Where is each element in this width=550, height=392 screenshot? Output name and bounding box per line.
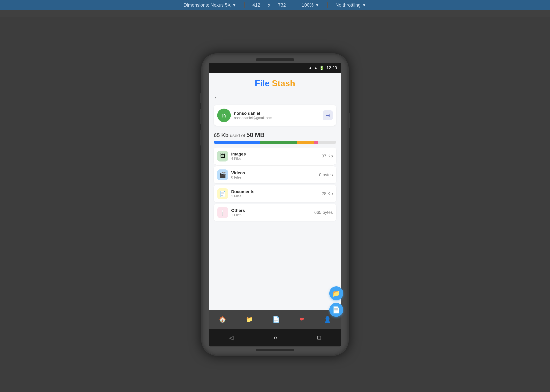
others-size: 665 bytes xyxy=(314,210,333,215)
favorites-icon: ❤ xyxy=(299,316,304,323)
app-header: File Stash xyxy=(209,73,341,92)
volume-down-button xyxy=(200,130,203,146)
nav-folders[interactable]: 📁 xyxy=(243,315,256,324)
android-nav: ◁ ○ □ xyxy=(209,329,341,346)
app-title: File Stash xyxy=(215,78,335,88)
bar-others xyxy=(314,141,318,144)
user-info: nonso daniel nonsodaniel@gmail.com xyxy=(234,111,320,120)
logout-icon: ⇥ xyxy=(326,112,330,119)
power-button xyxy=(347,113,350,128)
images-name: Images xyxy=(231,152,319,157)
bar-images xyxy=(214,141,260,144)
documents-icon-wrapper: 📄 xyxy=(217,188,228,199)
user-name: nonso daniel xyxy=(234,111,320,116)
others-name: Others xyxy=(231,208,311,213)
bar-documents xyxy=(297,141,314,144)
documents-info: Documents 1 Files xyxy=(231,189,319,198)
profile-icon: 👤 xyxy=(324,316,331,323)
ruler xyxy=(0,10,550,17)
logout-button[interactable]: ⇥ xyxy=(323,110,333,120)
device-selector[interactable]: Dimensions: Nexus 5X ▼ xyxy=(184,2,237,8)
storage-text: 65 Kb used of 50 MB xyxy=(214,132,336,139)
images-icon-wrapper: 🖼 xyxy=(217,151,228,161)
category-videos[interactable]: 🎬 Videos 0 Files 0 bytes xyxy=(214,166,336,183)
storage-total: 50 MB xyxy=(246,132,265,138)
width-display: 412 xyxy=(253,2,260,8)
phone-top xyxy=(203,55,347,63)
workspace: ▲ ▲ 🔋 12:29 File Stash xyxy=(0,17,550,392)
android-home-button[interactable]: ○ xyxy=(274,335,277,341)
bar-videos xyxy=(260,141,297,144)
fab-file-icon: 📄 xyxy=(332,306,340,314)
height-display: 732 xyxy=(278,2,286,8)
documents-name: Documents xyxy=(231,189,319,194)
user-avatar: n xyxy=(217,109,231,122)
android-recent-button[interactable]: □ xyxy=(317,335,321,341)
screen: ▲ ▲ 🔋 12:29 File Stash xyxy=(209,63,341,346)
volume-up-button xyxy=(200,109,203,124)
title-stash: Stash xyxy=(272,78,295,88)
zoom-selector[interactable]: 100% ▼ xyxy=(302,2,320,8)
title-file: File xyxy=(255,78,270,88)
videos-size: 0 bytes xyxy=(319,172,333,177)
storage-section: 65 Kb used of 50 MB xyxy=(209,127,341,146)
dimension-x: x xyxy=(268,2,270,8)
documents-count: 1 Files xyxy=(231,194,319,198)
home-icon: 🏠 xyxy=(219,316,226,323)
phone-bottom xyxy=(203,346,347,355)
status-bar: ▲ ▲ 🔋 12:29 xyxy=(209,63,341,73)
back-button[interactable]: ← xyxy=(214,94,220,101)
status-time: 12:29 xyxy=(326,65,337,70)
storage-used-label: used of xyxy=(230,133,245,138)
app-content: File Stash ← n nonso daniel nonsodaniel@… xyxy=(209,73,341,346)
bottom-indicator xyxy=(256,349,294,351)
volume-silent-button xyxy=(200,93,203,103)
nav-favorites[interactable]: ❤ xyxy=(296,315,307,324)
videos-icon-wrapper: 🎬 xyxy=(217,169,228,180)
wifi-icon: ▲ xyxy=(308,66,312,70)
category-images[interactable]: 🖼 Images 4 Files 37 Kb xyxy=(214,147,336,165)
back-row: ← xyxy=(209,92,341,103)
others-count: 1 Files xyxy=(231,213,311,217)
files-icon: 📄 xyxy=(273,316,280,323)
videos-name: Videos xyxy=(231,170,316,175)
phone-frame: ▲ ▲ 🔋 12:29 File Stash xyxy=(201,53,349,356)
storage-used: 65 Kb xyxy=(214,132,228,138)
category-others[interactable]: ❕ Others 1 Files 665 bytes xyxy=(214,204,336,221)
videos-info: Videos 0 Files xyxy=(231,170,316,180)
images-info: Images 4 Files xyxy=(231,152,319,161)
documents-size: 28 Kb xyxy=(322,191,333,196)
divider-2 xyxy=(217,184,333,184)
others-info: Others 1 Files xyxy=(231,208,311,217)
throttle-selector[interactable]: No throttling ▼ xyxy=(336,2,367,8)
videos-icon: 🎬 xyxy=(219,172,226,178)
folders-icon: 📁 xyxy=(246,316,253,323)
storage-bar xyxy=(214,141,336,144)
nav-files[interactable]: 📄 xyxy=(269,315,283,324)
nav-home[interactable]: 🏠 xyxy=(216,315,229,324)
profile-card: n nonso daniel nonsodaniel@gmail.com ⇥ xyxy=(214,105,336,126)
fab-folder-icon: 📁 xyxy=(332,289,340,297)
bottom-nav: 🏠 📁 📄 ❤ 👤 xyxy=(209,310,341,329)
divider-1 xyxy=(217,165,333,166)
signal-icon: ▲ xyxy=(314,66,318,70)
others-icon: ❕ xyxy=(219,209,226,216)
divider-3 xyxy=(217,203,333,203)
videos-count: 0 Files xyxy=(231,175,316,180)
battery-icon: 🔋 xyxy=(319,65,324,70)
others-icon-wrapper: ❕ xyxy=(217,207,228,218)
images-size: 37 Kb xyxy=(322,154,333,159)
devtools-bar: Dimensions: Nexus 5X ▼ 412 x 732 100% ▼ … xyxy=(0,0,550,10)
android-back-button[interactable]: ◁ xyxy=(229,335,233,341)
user-email: nonsodaniel@gmail.com xyxy=(234,116,320,120)
nav-profile[interactable]: 👤 xyxy=(321,315,334,324)
categories-list: 🖼 Images 4 Files 37 Kb 🎬 xyxy=(209,146,341,310)
images-icon: 🖼 xyxy=(220,153,225,159)
speaker-grille xyxy=(256,58,294,61)
documents-icon: 📄 xyxy=(219,191,226,197)
images-count: 4 Files xyxy=(231,157,319,161)
category-documents[interactable]: 📄 Documents 1 Files 28 Kb xyxy=(214,185,336,202)
status-icons: ▲ ▲ 🔋 xyxy=(308,65,324,70)
